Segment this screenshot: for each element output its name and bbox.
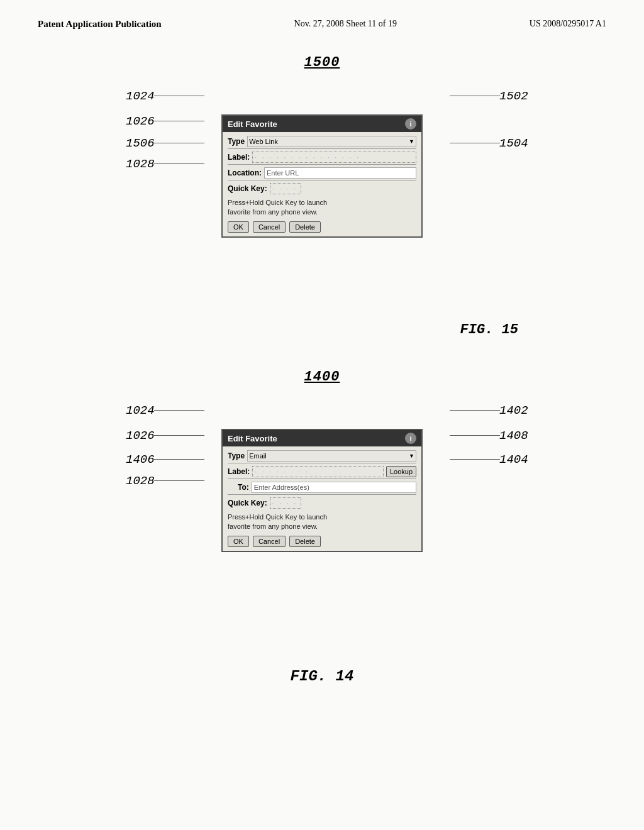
- fig14-quickkey-field[interactable]: · · · ·: [270, 497, 301, 509]
- label-1024-fig15: 1024: [126, 89, 155, 103]
- fig14-type-label: Type: [228, 451, 245, 460]
- fig15-location-label: Location:: [228, 169, 262, 177]
- figure-15-section: 1500 1024 1026 1506: [63, 55, 581, 338]
- fig14-label-row: Label: · · · · · · · · Lookup: [228, 466, 416, 479]
- fig14-button-row: OK Cancel Delete: [228, 536, 416, 547]
- fig15-number-top: 1500: [304, 55, 340, 70]
- label-1504-fig15: 1504: [493, 136, 528, 150]
- label-1024-fig14: 1024: [126, 404, 155, 418]
- fig15-cancel-button[interactable]: Cancel: [253, 221, 286, 233]
- figure-14-section: 1400 1024 1026 1406: [63, 369, 581, 685]
- fig14-to-field[interactable]: Enter Address(es): [252, 482, 416, 493]
- fig15-quickkey-label: Quick Key:: [228, 184, 267, 193]
- fig15-type-label: Type: [228, 137, 245, 146]
- fig14-type-value: Email: [249, 452, 267, 460]
- fig14-label-field[interactable]: · · · · · · · ·: [252, 466, 384, 477]
- fig15-help-text: Press+Hold Quick Key to launchfavorite f…: [228, 198, 416, 218]
- label-1502-fig15: 1502: [493, 89, 528, 103]
- fig14-info-icon[interactable]: i: [405, 433, 416, 444]
- label-1506-fig15: 1506: [126, 136, 155, 150]
- fig15-caption: FIG. 15: [460, 322, 518, 338]
- fig14-to-label: To:: [238, 483, 249, 492]
- fig15-quickkey-row: Quick Key: · · · ·: [228, 183, 416, 194]
- fig14-type-select[interactable]: Email ▼: [247, 450, 416, 462]
- fig15-type-value: Web Link: [249, 138, 278, 145]
- fig14-dialog-body: Type Email ▼ Label:: [223, 446, 421, 551]
- label-1408-fig14: 1408: [493, 429, 528, 443]
- fig15-dropdown-arrow: ▼: [409, 138, 414, 145]
- header-patent-number: US 2008/0295017 A1: [530, 19, 606, 29]
- fig14-label-label: Label:: [228, 467, 250, 476]
- label-1026-fig14: 1026: [126, 429, 155, 443]
- fig14-dialog: Edit Favorite i Type Email ▼: [221, 429, 423, 552]
- fig14-help-text: Press+Hold Quick Key to launchfavorite f…: [228, 512, 416, 532]
- fig15-location-row: Location: Enter URL: [228, 167, 416, 180]
- fig14-lookup-button[interactable]: Lookup: [386, 466, 416, 477]
- header-date-sheet: Nov. 27, 2008 Sheet 11 of 19: [294, 19, 397, 29]
- fig14-ok-button[interactable]: OK: [228, 536, 249, 547]
- figures-container: 1500 1024 1026 1506: [38, 55, 606, 685]
- fig14-caption: FIG. 14: [291, 668, 354, 685]
- fig15-button-row: OK Cancel Delete: [228, 221, 416, 233]
- fig14-quickkey-row: Quick Key: · · · ·: [228, 497, 416, 509]
- fig14-to-placeholder: Enter Address(es): [254, 484, 309, 491]
- fig15-location-field[interactable]: Enter URL: [264, 167, 416, 179]
- fig14-number-top: 1400: [304, 369, 340, 385]
- page-header: Patent Application Publication Nov. 27, …: [38, 19, 606, 30]
- fig15-wrapper: 1024 1026 1506 1028: [63, 83, 581, 322]
- fig15-type-select[interactable]: Web Link ▼: [247, 136, 416, 147]
- fig14-type-row: Type Email ▼: [228, 450, 416, 463]
- fig14-dropdown-arrow: ▼: [409, 453, 414, 459]
- label-1028-fig15: 1028: [126, 157, 155, 171]
- fig15-info-icon[interactable]: i: [405, 118, 416, 130]
- fig15-type-row: Type Web Link ▼: [228, 136, 416, 149]
- fig14-wrapper: 1024 1026 1406 1028: [63, 397, 581, 649]
- fig15-delete-button[interactable]: Delete: [289, 221, 321, 233]
- fig14-title-bar: Edit Favorite i: [223, 430, 421, 446]
- fig14-delete-button[interactable]: Delete: [289, 536, 321, 547]
- label-1406-fig14: 1406: [126, 453, 155, 467]
- fig15-ok-button[interactable]: OK: [228, 221, 249, 233]
- label-1028-fig14: 1028: [126, 474, 155, 488]
- fig15-title: Edit Favorite: [228, 119, 277, 129]
- fig15-label-field[interactable]: · · · · · · · · · · · · · · ·: [252, 152, 416, 163]
- header-title: Patent Application Publication: [38, 19, 162, 30]
- fig15-label-label: Label:: [228, 153, 250, 162]
- fig15-location-placeholder: Enter URL: [267, 169, 299, 177]
- fig14-to-row: To: Enter Address(es): [228, 482, 416, 495]
- fig15-dialog: Edit Favorite i Type Web Link: [221, 114, 423, 238]
- label-1026-fig15: 1026: [126, 114, 155, 128]
- label-1402-fig14: 1402: [493, 404, 528, 418]
- patent-page: Patent Application Publication Nov. 27, …: [0, 0, 644, 830]
- fig14-quickkey-label: Quick Key:: [228, 499, 267, 507]
- fig15-title-bar: Edit Favorite i: [223, 116, 421, 132]
- fig15-dialog-body: Type Web Link ▼ Label:: [223, 132, 421, 236]
- fig14-cancel-button[interactable]: Cancel: [253, 536, 286, 547]
- fig15-label-row: Label: · · · · · · · · · · · · · · ·: [228, 152, 416, 165]
- fig15-quickkey-field[interactable]: · · · ·: [270, 183, 301, 194]
- fig14-title: Edit Favorite: [228, 434, 277, 443]
- label-1404-fig14: 1404: [493, 453, 528, 467]
